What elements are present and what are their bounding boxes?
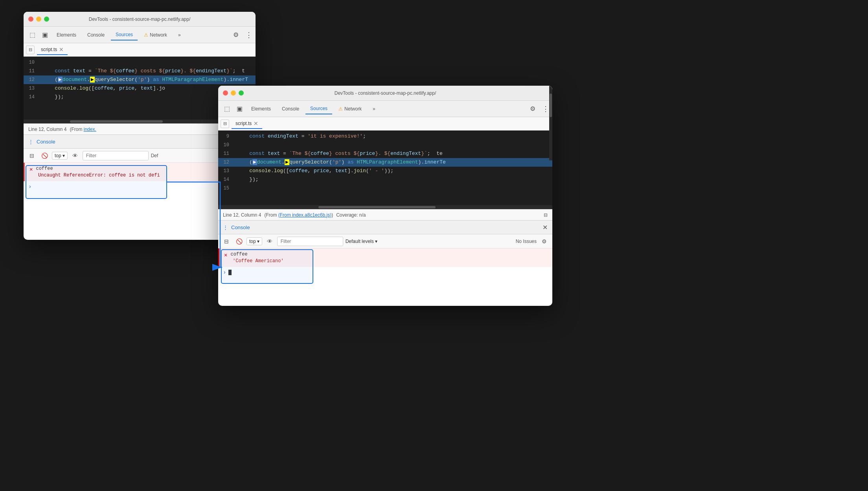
console-menu-icon[interactable]: ⋮ [28, 139, 33, 145]
close-button-front[interactable] [223, 90, 228, 96]
tab-network-front[interactable]: ⚠ Network [334, 104, 366, 114]
code-line-10-front: 10 [218, 141, 552, 149]
code-line-12-front: 12 (▶document.▶querySelector('p') as HTM… [218, 158, 552, 167]
close-button-back[interactable] [28, 17, 33, 22]
device-icon[interactable]: ▣ [39, 29, 50, 40]
status-link-back[interactable]: index. [84, 127, 96, 132]
scrollbar-thumb-front [318, 206, 436, 208]
file-tab-script-back[interactable]: script.ts ✕ [37, 45, 68, 55]
console-menu-icon-front[interactable]: ⋮ [223, 224, 228, 230]
tab-gear-front: ⚙ ⋮ [527, 103, 549, 114]
tab-console-back[interactable]: Console [83, 30, 109, 40]
top-dropdown-back[interactable]: top ▾ [52, 152, 68, 160]
gear-button-back[interactable]: ⚙ [230, 29, 241, 40]
eye-btn-front[interactable]: 👁 [265, 236, 275, 246]
scrollbar-h-front[interactable] [218, 205, 552, 209]
code-line-11-front: 11 const text = `The ${coffee} costs ${p… [218, 149, 552, 158]
console-header-front: ⋮ Console ✕ [218, 220, 552, 234]
code-line-14-front: 14 }); [218, 175, 552, 184]
chevron-down-icon-back: ▾ [63, 153, 65, 158]
console-clear-btn-back[interactable]: 🚫 [39, 151, 50, 161]
file-tab-name-front: script.ts [235, 121, 252, 126]
maximize-button-front[interactable] [239, 90, 244, 96]
status-line-front: Line 12, Column 4 [223, 212, 261, 218]
window-title-back: DevTools - consistent-source-map-pc.netl… [89, 17, 191, 22]
eye-btn-back[interactable]: 👁 [70, 151, 80, 161]
minimize-button-back[interactable] [36, 17, 41, 22]
titlebar-back: DevTools - consistent-source-map-pc.netl… [24, 12, 256, 27]
top-dropdown-front[interactable]: top ▾ [246, 237, 262, 245]
devtools-tabs-front: ⬚ ▣ Elements Console Sources ⚠ Network »… [218, 101, 552, 117]
inspect-icon[interactable]: ⬚ [27, 29, 38, 40]
gear-button-front[interactable]: ⚙ [527, 103, 538, 114]
top-label-back: top [55, 153, 61, 158]
coverage-badge: Coverage: n/a [336, 212, 366, 218]
file-tab-script-front[interactable]: script.ts ✕ [232, 119, 262, 129]
tab-gear-back: ⚙ ⋮ [230, 29, 252, 40]
warning-icon-back: ⚠ [144, 32, 148, 38]
console-label-back: Console [37, 139, 55, 145]
sidebar-toggle-front[interactable]: ⊟ [221, 120, 229, 128]
traffic-lights-back [28, 17, 49, 22]
console-sidebar-btn-back[interactable]: ⊟ [27, 151, 37, 161]
sidebar-toggle-back[interactable]: ⊟ [26, 46, 35, 54]
code-line-12-back: 12 (▶document.▶querySelector('p') as HTM… [24, 75, 256, 84]
console-close-btn[interactable]: ✕ [542, 224, 548, 231]
warning-icon-front: ⚠ [338, 106, 343, 112]
status-from-back: (From index. [70, 127, 96, 132]
tab-sources-front[interactable]: Sources [305, 103, 332, 114]
status-from-front: (From (From index.a8c1ec6b.js)) [264, 212, 333, 218]
filter-input-back[interactable] [83, 151, 149, 160]
no-issues-badge: No Issues [516, 239, 537, 244]
devtools-tabs-back: ⬚ ▣ Elements Console Sources ⚠ Network »… [24, 27, 256, 43]
highlight-box-back [26, 165, 167, 199]
tab-console-front[interactable]: Console [277, 104, 304, 114]
console-label-front: Console [231, 224, 250, 230]
maximize-button-back[interactable] [44, 17, 49, 22]
code-line-10-back: 10 [24, 58, 256, 67]
gear-btn-console-front[interactable]: ⚙ [539, 236, 549, 246]
traffic-lights-front [223, 90, 244, 96]
default-levels-front[interactable]: Default levels ▾ [346, 239, 377, 244]
tab-elements-back[interactable]: Elements [52, 30, 81, 40]
more-options-front[interactable]: ⋮ [542, 105, 549, 113]
code-line-9-front: 9 const endingText = 'it is expensive!'; [218, 132, 552, 141]
top-label-front: top [249, 239, 256, 244]
file-tabs-front: ⊟ script.ts ✕ [218, 117, 552, 131]
file-tab-name-back: script.ts [41, 47, 57, 52]
file-tab-close-back[interactable]: ✕ [59, 46, 64, 53]
screenshot-icon[interactable]: ⊟ [544, 212, 548, 218]
code-editor-front: 9 const endingText = 'it is expensive!';… [218, 131, 552, 205]
code-line-15-front: 15 [218, 184, 552, 193]
status-bar-front: Line 12, Column 4 (From (From index.a8c1… [218, 209, 552, 220]
vertical-scrollbar-front[interactable] [549, 131, 552, 160]
tab-more-front[interactable]: » [368, 104, 380, 114]
highlight-box-front [221, 249, 313, 284]
file-tab-close-front[interactable]: ✕ [254, 120, 258, 127]
device-icon-front[interactable]: ▣ [234, 103, 245, 114]
minimize-button-front[interactable] [231, 90, 236, 96]
tab-sources-back[interactable]: Sources [111, 29, 138, 40]
status-line-back: Line 12, Column 4 [28, 127, 66, 132]
titlebar-front: DevTools - consistent-source-map-pc.netl… [218, 86, 552, 101]
tab-elements-front[interactable]: Elements [246, 104, 276, 114]
console-clear-btn-front[interactable]: 🚫 [234, 236, 244, 246]
chevron-down-icon-front: ▾ [257, 239, 259, 244]
console-sidebar-btn-front[interactable]: ⊟ [221, 236, 232, 246]
window-title-front: DevTools - consistent-source-map-pc.netl… [335, 90, 436, 96]
status-link-front[interactable]: (From index.a8c1ec6b.js) [278, 212, 331, 218]
filter-input-front[interactable] [277, 237, 343, 246]
inspect-icon-front[interactable]: ⬚ [221, 103, 232, 114]
console-toolbar-front: ⊟ 🚫 top ▾ 👁 Default levels ▾ No Issues ⚙ [218, 234, 552, 248]
tab-network-back[interactable]: ⚠ Network [139, 30, 172, 40]
tab-more-back[interactable]: » [173, 30, 186, 40]
file-tabs-back: ⊟ script.ts ✕ [24, 43, 256, 57]
code-line-13-front: 13 console.log([coffee, price, text].joi… [218, 167, 552, 175]
more-options-back[interactable]: ⋮ [245, 31, 252, 39]
default-label-back: Def [151, 153, 158, 158]
scrollbar-thumb-back [70, 120, 163, 123]
code-line-11-back: 11 const text = `The ${coffee} costs ${p… [24, 67, 256, 75]
